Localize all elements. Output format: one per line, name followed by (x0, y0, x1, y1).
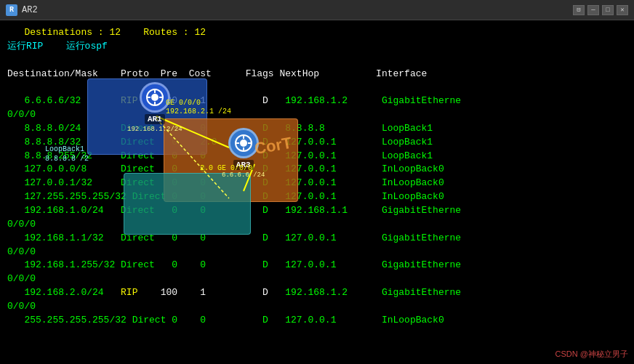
terminal: Destinations : 12 Routes : 12 运行RIP 运行os… (0, 20, 634, 364)
maximize-button[interactable]: □ (602, 5, 614, 15)
watermark: CSDN @神秘立男子 (555, 349, 628, 360)
title-bar: R AR2 ⊟ ─ □ ✕ (0, 0, 634, 20)
terminal-text: Destinations : 12 Routes : 12 运行RIP 运行os… (7, 26, 627, 328)
tile-button[interactable]: ⊟ (573, 5, 585, 15)
app-icon: R (6, 4, 17, 16)
close-button[interactable]: ✕ (617, 5, 628, 15)
minimize-button[interactable]: ─ (587, 5, 599, 15)
window-title: AR2 (22, 5, 38, 15)
title-bar-left: R AR2 (6, 4, 38, 16)
title-bar-buttons: ⊟ ─ □ ✕ (573, 5, 628, 15)
